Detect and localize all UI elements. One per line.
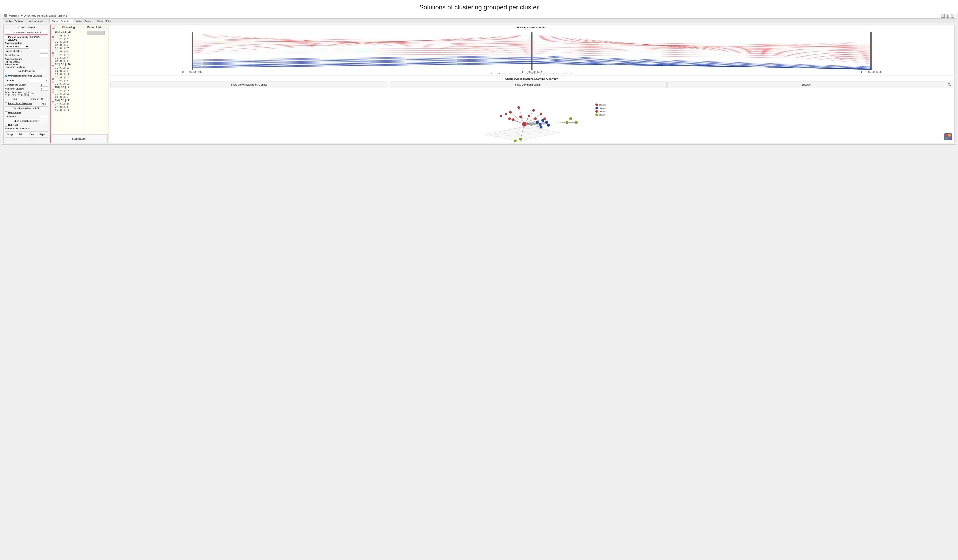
list-item[interactable]: C 1 | G 1 | i 17 <box>51 34 84 37</box>
pareto-all-checkbox[interactable] <box>32 91 34 94</box>
list-item[interactable]: C 4 | G 1 | i 3 <box>51 105 84 108</box>
minimize-button[interactable]: ─ <box>941 14 945 17</box>
show-dendrogram-button[interactable]: Show Only Dendrogram <box>389 81 666 88</box>
list-item[interactable]: C 1 | G 1 | i 22 <box>51 30 84 34</box>
analysis-method-select[interactable]: Please Select <box>5 44 29 49</box>
cluster-item-checkbox[interactable] <box>52 99 54 102</box>
gen-label: Gen. <box>18 91 23 94</box>
list-item[interactable]: C 1 | G 1 | i 5 <box>51 43 84 46</box>
cluster-item-checkbox[interactable] <box>52 34 54 36</box>
list-item[interactable]: C 2 | G 1 | i 12 <box>51 82 84 85</box>
list-item[interactable]: C 1 | G 1 | i 23 <box>51 46 84 50</box>
cluster-item-checkbox[interactable] <box>52 44 54 46</box>
cluster-item-checkbox[interactable] <box>52 57 54 59</box>
app-icon <box>4 14 7 17</box>
cluster-item-checkbox[interactable] <box>52 103 54 105</box>
ml-title: Unsupervised Machine Learning Algorithm <box>110 77 953 80</box>
cluster-item-checkbox[interactable] <box>52 96 54 98</box>
list-item[interactable]: C 3 | G 1 | i 1 <box>51 95 84 98</box>
show-clustering-button[interactable]: Show Only Clustering in 3D space <box>110 81 388 88</box>
tab-wallacei-primer[interactable]: Wallacei Primer <box>94 19 116 23</box>
pcp-settings-checkbox[interactable] <box>5 37 7 40</box>
cluster-item-checkbox[interactable] <box>52 109 54 111</box>
cluster-item-checkbox[interactable] <box>52 73 54 75</box>
tab-wallacei-analytics[interactable]: Wallacei Analytics <box>26 19 49 23</box>
list-item[interactable]: C 1 | G 1 | i 20 <box>51 37 84 40</box>
list-item[interactable]: C 1 | G 1 | i 0 <box>51 50 84 53</box>
list-item[interactable]: C 3 | G 1 | i 13 <box>51 89 84 92</box>
cluster-item-checkbox[interactable] <box>52 31 54 33</box>
fitness-objective-input[interactable] <box>40 49 48 53</box>
unsupervised-ml-checkbox[interactable] <box>5 75 7 77</box>
clear-button[interactable]: Clear <box>27 131 37 138</box>
stop-export-button[interactable]: Stop Export <box>51 135 108 143</box>
list-item[interactable]: C 4 | G 1 | i 14 <box>51 108 84 112</box>
cluster-item-checkbox[interactable] <box>52 41 54 43</box>
select-ranking-input[interactable] <box>40 53 48 57</box>
list-item[interactable]: C 1 | G 1 | i 4 <box>51 40 84 43</box>
kmeans-select[interactable]: Kmeans <box>5 78 48 82</box>
generation-input[interactable] <box>40 115 48 118</box>
list-item[interactable]: C 2 | G 1 | i 6 <box>51 69 84 73</box>
pcp-settings-label: Parallel Coordinate Plot (PCP) Settings <box>8 36 48 41</box>
gen-to-cluster-input[interactable] <box>40 83 48 87</box>
list-item[interactable]: C 2 | G 1 | i 18 <box>51 76 84 79</box>
list-item[interactable]: C 1 | G 1 | i 7 <box>51 56 84 59</box>
cluster-item-checkbox[interactable] <box>52 82 54 85</box>
list-item[interactable]: C 2 | G 1 | i 16 <box>51 63 84 66</box>
show-all-button[interactable]: Show All <box>668 81 945 88</box>
cluster-item-checkbox[interactable] <box>52 89 54 92</box>
list-item[interactable]: C 1 | G 1 | i 19 <box>51 53 84 56</box>
list-item[interactable]: C 2 | G 1 | i 10 <box>51 66 84 69</box>
cluster-item-checkbox[interactable] <box>52 106 54 108</box>
pareto-solutions-checkbox[interactable] <box>5 102 7 105</box>
cluster-item-checkbox[interactable] <box>52 92 54 95</box>
cluster-item-checkbox[interactable] <box>52 63 54 65</box>
tab-wallacei-settings[interactable]: Wallacei Settings <box>3 19 26 23</box>
null-pool-checkbox[interactable] <box>5 124 7 127</box>
generations-checkbox[interactable] <box>5 111 7 114</box>
snap-button[interactable]: Snap <box>5 131 15 138</box>
fitness-value-label: Fitness Value: <box>5 63 48 65</box>
maximize-button[interactable]: □ <box>946 14 949 17</box>
cluster-item-checkbox[interactable] <box>52 37 54 40</box>
generations-label: Generations <box>8 111 21 114</box>
show-gen-pcp-button[interactable]: Show Generation on PCP <box>5 119 48 123</box>
tab-wallacei-forum[interactable]: Wallacei Forum <box>73 19 94 23</box>
pareto-solutions-all-checkbox[interactable] <box>45 103 48 105</box>
add-button[interactable]: Add <box>16 131 26 138</box>
tab-wallacei-selection[interactable]: Wallacei Selection <box>49 19 73 24</box>
num-clusters-input[interactable] <box>40 87 48 90</box>
gen-to-cluster-label: Generation to Cluster <box>5 84 26 86</box>
cluster-item-checkbox[interactable] <box>52 86 54 88</box>
list-item[interactable]: C 4 | G 1 | i 24 <box>51 102 84 105</box>
run-button[interactable]: Run <box>5 97 26 101</box>
draw-pcp-button[interactable]: Draw Parallel Coordinate Plot <box>5 30 48 35</box>
cluster-item-checkbox[interactable] <box>52 76 54 79</box>
show-on-pcp-button[interactable]: Show on PCP <box>27 97 48 101</box>
run-pcp-button[interactable]: Run PCP Analysis <box>5 69 48 73</box>
cluster-item-checkbox[interactable] <box>52 50 54 52</box>
export-scrollbar[interactable] <box>87 31 105 35</box>
list-item[interactable]: C 2 | G 1 | i 9 <box>51 79 84 82</box>
list-item[interactable]: C 4 | G 1 | i 21 <box>51 98 84 102</box>
close-button[interactable]: ✕ <box>951 14 954 17</box>
cluster-item-checkbox[interactable] <box>52 79 54 82</box>
cluster-item-checkbox[interactable] <box>52 70 54 72</box>
svg-point-59 <box>575 121 578 124</box>
list-item[interactable]: C 3 | G 1 | i 2 <box>51 85 84 89</box>
export-button[interactable]: Export <box>38 131 48 138</box>
show-pareto-pcp-button[interactable]: Show Pareto Front on PCP <box>5 106 48 110</box>
list-item[interactable]: C 3 | G 1 | i 15 <box>51 92 84 95</box>
list-item[interactable]: C 2 | G 1 | i 11 <box>51 73 84 76</box>
cluster-item-checkbox[interactable] <box>52 47 54 49</box>
cluster-item-checkbox[interactable] <box>52 53 54 56</box>
analysis-results-label: Analysis Results <box>5 58 48 60</box>
cluster-item-checkbox[interactable] <box>52 67 54 69</box>
ml-search-button[interactable] <box>946 81 953 88</box>
clustering-header-checkbox[interactable] <box>52 26 55 29</box>
all-label2: All <box>42 103 44 105</box>
pareto-gen-checkbox[interactable] <box>24 91 27 94</box>
list-item[interactable]: C 1 | G 1 | i 8 <box>51 59 84 63</box>
cluster-item-checkbox[interactable] <box>52 60 54 62</box>
